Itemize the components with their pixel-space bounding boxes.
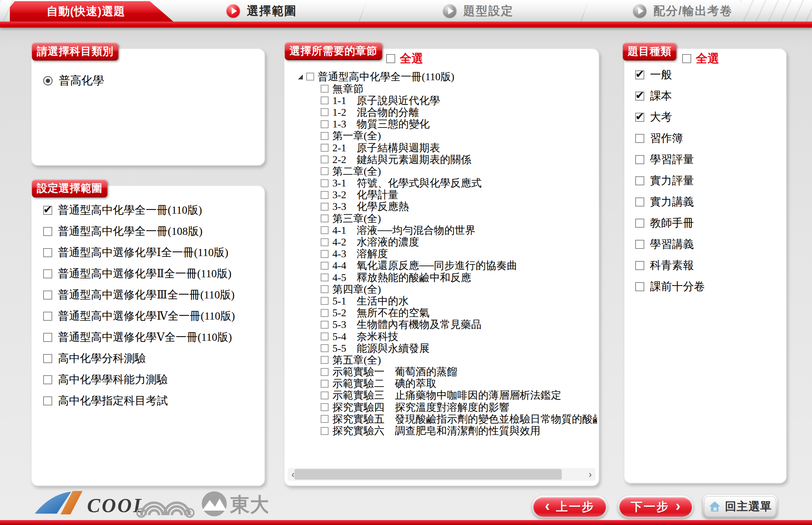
chapter-item-row[interactable]: 4-3 溶解度 (321, 248, 597, 260)
chapter-item-checkbox[interactable] (321, 321, 329, 329)
chapter-item-row[interactable]: 1-3 物質三態的變化 (321, 118, 597, 130)
chapter-item-row[interactable]: 4-2 水溶液的濃度 (321, 236, 597, 248)
range-item-checkbox[interactable] (43, 290, 52, 300)
range-item-row[interactable]: 普通型高中選修化學Ⅱ全一冊(110版) (43, 263, 264, 284)
chapter-item-checkbox[interactable] (321, 214, 329, 222)
type-item-checkbox[interactable] (635, 261, 644, 270)
tab-auto-quick-select[interactable]: 自動(快速)選題 (10, 1, 173, 22)
chapter-item-row[interactable]: 無章節 (321, 83, 597, 95)
type-item-checkbox[interactable] (635, 176, 644, 185)
chapter-item-checkbox[interactable] (321, 309, 329, 317)
scroll-right-arrow-icon[interactable]: › (585, 468, 595, 481)
chapter-item-row[interactable]: 第一章(全) (321, 130, 597, 142)
chapter-select-all[interactable]: 全選 (386, 51, 423, 67)
range-item-checkbox[interactable] (43, 312, 52, 321)
next-step-button[interactable]: 下一步 › (618, 495, 694, 518)
chapter-item-row[interactable]: 3-1 符號、化學式與化學反應式 (321, 177, 597, 189)
type-select-all-checkbox[interactable] (682, 54, 691, 63)
chapter-item-row[interactable]: 4-1 溶液──均勻混合物的世界 (321, 224, 597, 236)
chapter-item-row[interactable]: 第四章(全) (321, 283, 597, 295)
chapter-item-row[interactable]: 2-2 鍵結與元素週期表的關係 (321, 154, 597, 165)
chapter-item-row[interactable]: 示範實驗二 碘的萃取 (321, 378, 597, 390)
type-item-row[interactable]: 教師手冊 (635, 213, 786, 234)
chapter-item-row[interactable]: 第五章(全) (321, 354, 597, 366)
range-item-checkbox[interactable] (43, 354, 52, 363)
range-item-checkbox[interactable] (43, 248, 52, 257)
type-item-row[interactable]: 實力講義 (635, 191, 786, 213)
chapter-item-checkbox[interactable] (321, 415, 329, 423)
scrollbar-thumb[interactable] (295, 469, 562, 480)
chapter-item-row[interactable]: 3-3 化學反應熱 (321, 201, 597, 213)
chapter-item-checkbox[interactable] (321, 297, 329, 305)
back-to-main-menu-button[interactable]: 回主選單 (703, 495, 778, 518)
tab-score-output[interactable]: 配分/輸出考卷 (633, 0, 733, 22)
chapter-item-checkbox[interactable] (321, 108, 329, 116)
type-item-checkbox[interactable] (635, 219, 644, 228)
type-item-row[interactable]: 大考 (635, 107, 786, 128)
range-item-row[interactable]: 普通型高中化學全一冊(108版) (43, 221, 264, 242)
chapter-item-checkbox[interactable] (321, 132, 329, 140)
type-item-row[interactable]: 實力評量 (635, 170, 786, 191)
chapter-item-checkbox[interactable] (321, 144, 329, 152)
chapter-item-checkbox[interactable] (321, 167, 329, 175)
type-item-checkbox[interactable] (635, 155, 644, 164)
range-item-checkbox[interactable] (43, 396, 52, 405)
type-item-checkbox[interactable] (635, 240, 644, 249)
chapter-item-checkbox[interactable] (321, 273, 329, 281)
chapter-item-checkbox[interactable] (321, 85, 329, 93)
chapter-item-row[interactable]: 5-5 能源與永續發展 (321, 342, 597, 354)
chapter-item-checkbox[interactable] (321, 356, 329, 364)
chapter-item-checkbox[interactable] (321, 96, 329, 104)
range-item-checkbox[interactable] (43, 269, 52, 278)
chapter-item-row[interactable]: 3-2 化學計量 (321, 189, 597, 201)
chapter-item-checkbox[interactable] (321, 250, 329, 258)
chapter-item-row[interactable]: 探究實驗四 探究溫度對溶解度的影響 (321, 401, 597, 413)
chapter-select-all-checkbox[interactable] (386, 54, 395, 63)
chapter-item-row[interactable]: 探究實驗五 發現酸鹼指示劑的變色並檢驗日常物質的酸鹼性 (321, 413, 597, 425)
chapter-root-row[interactable]: 普通型高中化學全一冊(110版) (298, 70, 597, 83)
chapter-item-checkbox[interactable] (321, 120, 329, 128)
chapter-item-checkbox[interactable] (321, 155, 329, 163)
type-item-checkbox[interactable] (635, 113, 644, 122)
type-select-all[interactable]: 全選 (682, 51, 719, 67)
chapter-item-row[interactable]: 5-4 奈米科技 (321, 331, 597, 342)
chapter-item-checkbox[interactable] (321, 332, 329, 340)
chapter-item-checkbox[interactable] (321, 285, 329, 293)
chapter-item-checkbox[interactable] (321, 403, 329, 411)
chapter-item-checkbox[interactable] (321, 238, 329, 246)
chapter-item-checkbox[interactable] (321, 380, 329, 388)
chapter-item-row[interactable]: 2-1 原子結構與週期表 (321, 142, 597, 154)
range-item-checkbox[interactable] (43, 375, 52, 384)
range-item-row[interactable]: 高中化學學科能力測驗 (43, 369, 264, 390)
chapter-item-row[interactable]: 5-2 無所不在的空氣 (321, 307, 597, 319)
range-item-row[interactable]: 普通型高中化學全一冊(110版) (43, 200, 264, 221)
chapter-item-checkbox[interactable] (321, 179, 329, 187)
type-item-row[interactable]: 習作簿 (635, 128, 786, 149)
chapter-item-checkbox[interactable] (321, 226, 329, 234)
type-item-checkbox[interactable] (635, 92, 644, 101)
chapter-item-checkbox[interactable] (321, 391, 329, 399)
type-item-checkbox[interactable] (635, 282, 644, 291)
type-item-checkbox[interactable] (635, 134, 644, 143)
chapter-item-checkbox[interactable] (321, 344, 329, 352)
type-item-row[interactable]: 課本 (635, 85, 786, 107)
type-item-row[interactable]: 科青素報 (635, 255, 786, 276)
range-item-row[interactable]: 普通型高中選修化學Ⅴ全一冊(110版) (43, 327, 264, 348)
chapter-root-checkbox[interactable] (306, 73, 314, 81)
range-item-row[interactable]: 高中化學分科測驗 (43, 348, 264, 369)
chapter-item-row[interactable]: 示範實驗一 葡萄酒的蒸餾 (321, 366, 597, 378)
tab-question-type-setting[interactable]: 題型設定 (443, 0, 513, 22)
chapter-item-row[interactable]: 4-5 釋放熱能的酸鹼中和反應 (321, 272, 597, 283)
subject-radio[interactable] (43, 76, 53, 85)
range-item-checkbox[interactable] (43, 333, 52, 342)
chapter-item-row[interactable]: 1-1 原子說與近代化學 (321, 95, 597, 106)
chapter-item-row[interactable]: 第三章(全) (321, 213, 597, 224)
range-item-row[interactable]: 普通型高中選修化學Ⅲ全一冊(110版) (43, 284, 264, 306)
chapter-item-row[interactable]: 5-3 生物體內有機物及常見藥品 (321, 319, 597, 331)
chapter-item-row[interactable]: 示範實驗三 止痛藥物中咖啡因的薄層層析法鑑定 (321, 390, 597, 401)
type-item-row[interactable]: 課前十分卷 (635, 276, 786, 297)
chapter-item-checkbox[interactable] (321, 203, 329, 211)
subject-option-row[interactable]: 普高化學 (43, 71, 264, 90)
prev-step-button[interactable]: ‹ 上一步 (532, 495, 608, 518)
range-item-checkbox[interactable] (43, 206, 52, 215)
